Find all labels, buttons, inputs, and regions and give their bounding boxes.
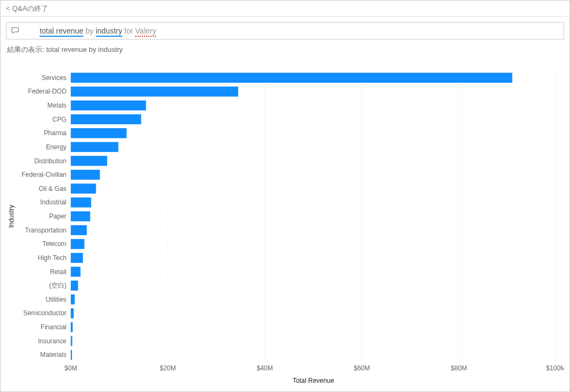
category-label: High Tech <box>38 254 67 262</box>
category-label: Retail <box>50 268 67 276</box>
bar[interactable] <box>71 156 107 165</box>
x-tick-label: $20M <box>160 364 176 372</box>
x-tick-label: $80M <box>451 364 467 372</box>
category-label: Energy <box>46 143 67 151</box>
bar[interactable] <box>71 281 78 290</box>
bar[interactable] <box>71 239 84 249</box>
bar[interactable] <box>71 73 513 83</box>
category-label: Semiconductor <box>23 309 67 317</box>
y-axis-title: Industry <box>8 205 15 228</box>
category-label: (空白) <box>49 282 67 289</box>
bar[interactable] <box>71 114 141 124</box>
query-token-dimension: industry <box>96 26 122 37</box>
qna-input-row: total revenue by industry for Valery <box>1 17 569 43</box>
category-label: Oil & Gas <box>39 185 67 192</box>
x-tick-label: $40M <box>257 364 273 372</box>
bar[interactable] <box>71 211 90 221</box>
chart: $0M$20M$40M$60M$80M$100MServicesFederal-… <box>6 60 564 386</box>
category-label: Transportation <box>25 227 67 234</box>
bar[interactable] <box>71 267 81 276</box>
top-bar: < Q&Aの終了 <box>1 1 569 17</box>
category-label: Materials <box>40 351 67 358</box>
query-token-by: by <box>86 26 94 35</box>
bar[interactable] <box>71 253 83 263</box>
bar[interactable] <box>71 322 73 332</box>
bar[interactable] <box>71 308 74 318</box>
category-label: Utilities <box>45 296 67 303</box>
category-label: Insurance <box>38 337 67 345</box>
category-label: Paper <box>49 212 67 220</box>
category-label: Industrial <box>40 198 67 206</box>
x-tick-label: $100M <box>546 364 564 372</box>
bar[interactable] <box>71 142 119 152</box>
query-token-unknown: Valery <box>135 26 156 37</box>
bar[interactable] <box>71 336 73 346</box>
bar[interactable] <box>71 197 91 207</box>
chat-icon <box>11 26 19 35</box>
bar[interactable] <box>71 225 87 235</box>
category-label: Pharma <box>44 129 67 137</box>
qna-query-text: total revenue by industry for Valery <box>23 18 156 44</box>
bar[interactable] <box>71 170 100 180</box>
x-tick-label: $60M <box>354 364 370 372</box>
bar[interactable] <box>71 87 238 96</box>
qna-input[interactable]: total revenue by industry for Valery <box>6 22 564 39</box>
category-label: Distribution <box>34 157 67 165</box>
bar[interactable] <box>71 128 127 138</box>
category-label: Services <box>42 74 67 82</box>
bar[interactable] <box>71 295 75 304</box>
app-frame: < Q&Aの終了 total revenue by industry for V… <box>0 0 570 392</box>
query-token-measure: total revenue <box>40 26 83 37</box>
query-token-for: for <box>125 26 133 35</box>
category-label: Telecom <box>42 240 67 248</box>
category-label: CPG <box>53 116 67 123</box>
bar[interactable] <box>71 350 72 360</box>
back-chevron-icon[interactable]: < <box>6 4 10 12</box>
x-tick-label: $0M <box>64 364 77 372</box>
bar[interactable] <box>71 101 146 110</box>
x-axis-title: Total Revenue <box>293 377 335 384</box>
result-caption: 結果の表示: total revenue by industry <box>1 43 569 55</box>
exit-qna-link[interactable]: Q&Aの終了 <box>12 4 48 14</box>
category-label: Federal-Civilian <box>22 171 67 178</box>
category-label: Federal-DOD <box>28 88 67 95</box>
bar[interactable] <box>71 184 96 194</box>
category-label: Metals <box>48 102 67 109</box>
category-label: Financial <box>41 323 67 331</box>
